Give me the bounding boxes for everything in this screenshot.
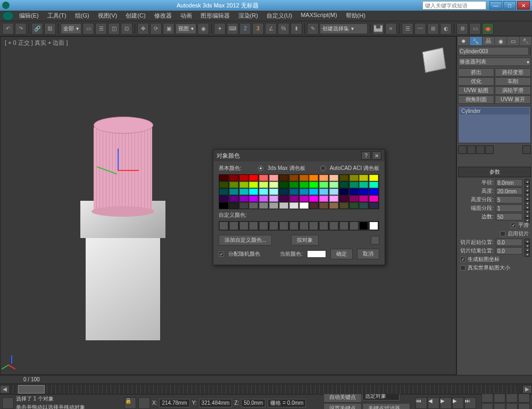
color-swatch[interactable] bbox=[279, 189, 288, 195]
color-swatch[interactable] bbox=[300, 182, 309, 188]
select-region-button[interactable]: ◫ bbox=[108, 23, 120, 35]
use-pivot-button[interactable]: ◉ bbox=[197, 23, 209, 35]
dialog-close-button[interactable]: ✕ bbox=[372, 151, 381, 160]
align-button[interactable]: ≡ bbox=[385, 23, 397, 35]
rotate-button[interactable]: ⟳ bbox=[150, 23, 162, 35]
color-swatch[interactable] bbox=[329, 202, 338, 209]
color-swatch[interactable] bbox=[329, 175, 338, 181]
color-swatch[interactable] bbox=[249, 202, 258, 209]
timeline-track[interactable]: ◀ ▶ bbox=[0, 383, 532, 394]
key-filters-button[interactable]: 关键点过滤器... bbox=[362, 403, 410, 409]
color-swatch[interactable] bbox=[339, 195, 348, 202]
color-swatch[interactable] bbox=[359, 195, 368, 202]
color-swatch[interactable] bbox=[269, 182, 278, 188]
color-swatch[interactable] bbox=[229, 182, 238, 188]
color-swatch[interactable] bbox=[350, 202, 359, 209]
color-swatch[interactable] bbox=[319, 182, 328, 188]
mirror-button[interactable]: ▙▟ bbox=[372, 23, 384, 35]
custom-color-swatch[interactable] bbox=[239, 222, 248, 230]
percent-snap-button[interactable]: % bbox=[278, 23, 289, 35]
maximize-button[interactable]: □ bbox=[503, 1, 516, 10]
z-coord-field[interactable]: 50.0mm bbox=[241, 399, 265, 407]
custom-color-swatch[interactable] bbox=[289, 222, 298, 230]
color-swatch[interactable] bbox=[279, 175, 288, 181]
custom-color-swatch[interactable] bbox=[300, 222, 309, 230]
color-swatch[interactable] bbox=[369, 182, 378, 188]
modifier-button[interactable]: UVW 展开 bbox=[495, 95, 531, 104]
color-swatch[interactable] bbox=[369, 189, 378, 195]
modify-tab[interactable]: 🔧 bbox=[470, 37, 481, 45]
gen-mapping-checkbox[interactable]: ✓ bbox=[460, 257, 466, 262]
color-swatch[interactable] bbox=[289, 195, 298, 202]
orbit-button[interactable] bbox=[506, 403, 518, 409]
help-search-input[interactable] bbox=[422, 1, 486, 10]
by-object-button[interactable]: 按对象 bbox=[291, 235, 319, 246]
assign-random-checkbox[interactable]: ✓ bbox=[219, 251, 224, 257]
color-swatch[interactable] bbox=[350, 182, 359, 188]
color-swatch[interactable] bbox=[309, 202, 318, 209]
snap-3d-button[interactable]: 3 bbox=[252, 23, 264, 35]
select-object-button[interactable]: ▭ bbox=[82, 23, 94, 35]
color-swatch[interactable] bbox=[279, 195, 288, 202]
custom-color-swatch[interactable] bbox=[329, 222, 338, 230]
color-swatch[interactable] bbox=[350, 195, 359, 202]
curve-editor-button[interactable]: 〰 bbox=[414, 23, 426, 35]
color-swatch[interactable] bbox=[239, 175, 248, 181]
link-button[interactable]: 🔗 bbox=[31, 23, 43, 35]
render-frame-button[interactable]: ▭ bbox=[469, 23, 481, 35]
color-swatch[interactable] bbox=[259, 189, 268, 195]
color-swatch[interactable] bbox=[350, 175, 359, 181]
color-swatch[interactable] bbox=[319, 189, 328, 195]
color-swatch[interactable] bbox=[300, 189, 309, 195]
timeline-right-button[interactable]: ▶ bbox=[522, 385, 532, 394]
color-swatch[interactable] bbox=[279, 182, 288, 188]
color-swatch[interactable] bbox=[369, 195, 378, 202]
color-swatch[interactable] bbox=[219, 189, 228, 195]
color-swatch[interactable] bbox=[229, 195, 238, 202]
fov-button[interactable] bbox=[481, 403, 493, 409]
color-swatch[interactable] bbox=[229, 175, 238, 181]
pan-button[interactable] bbox=[494, 403, 505, 409]
set-key-button[interactable]: 设置关键点 bbox=[323, 403, 362, 409]
color-swatch[interactable] bbox=[289, 189, 298, 195]
color-swatch[interactable] bbox=[319, 175, 328, 181]
color-swatch[interactable] bbox=[219, 182, 228, 188]
eyedropper-button[interactable] bbox=[371, 236, 379, 244]
radio-3dsmax-palette[interactable] bbox=[258, 166, 263, 171]
color-swatch[interactable] bbox=[259, 202, 268, 209]
x-coord-field[interactable]: 214.78mm bbox=[159, 399, 189, 407]
add-custom-color-button[interactable]: 添加自定义颜色... bbox=[219, 235, 272, 246]
color-swatch[interactable] bbox=[219, 202, 228, 209]
object-color-swatch[interactable] bbox=[530, 47, 531, 55]
color-swatch[interactable] bbox=[269, 175, 278, 181]
custom-color-swatch[interactable] bbox=[319, 222, 328, 230]
custom-color-swatch[interactable] bbox=[249, 222, 258, 230]
redo-button[interactable]: ↷ bbox=[15, 23, 27, 35]
color-swatch[interactable] bbox=[239, 189, 248, 195]
maximize-viewport-button[interactable] bbox=[518, 403, 530, 409]
color-swatch[interactable] bbox=[269, 189, 278, 195]
angle-snap-button[interactable]: ∠ bbox=[265, 23, 277, 35]
color-swatch[interactable] bbox=[300, 195, 309, 202]
menu-item[interactable]: 动画 bbox=[176, 11, 196, 21]
pin-stack-button[interactable] bbox=[458, 145, 467, 154]
object-name-input[interactable] bbox=[458, 47, 529, 55]
menu-item[interactable]: MAXScript(M) bbox=[296, 11, 341, 21]
color-swatch[interactable] bbox=[309, 182, 318, 188]
color-swatch[interactable] bbox=[359, 182, 368, 188]
display-tab[interactable]: ▭ bbox=[507, 37, 519, 45]
cancel-button[interactable]: 取消 bbox=[357, 249, 379, 259]
modifier-stack[interactable]: Cylinder bbox=[458, 106, 531, 143]
application-button[interactable] bbox=[2, 11, 14, 21]
render-button[interactable]: 🫖 bbox=[482, 23, 494, 35]
unlink-button[interactable]: ⛓ bbox=[44, 23, 56, 35]
color-swatch[interactable] bbox=[329, 189, 338, 195]
cap-segs-spinner[interactable] bbox=[496, 204, 522, 212]
color-swatch[interactable] bbox=[339, 175, 348, 181]
ref-coord-dropdown[interactable]: 视图 ▾ bbox=[176, 23, 196, 34]
height-segs-spinner[interactable] bbox=[496, 196, 522, 203]
real-world-checkbox[interactable] bbox=[460, 265, 466, 271]
menu-item[interactable]: 工具(T) bbox=[43, 11, 71, 21]
play-button[interactable]: ▶ bbox=[440, 397, 452, 409]
menu-item[interactable]: 组(G) bbox=[71, 11, 94, 21]
